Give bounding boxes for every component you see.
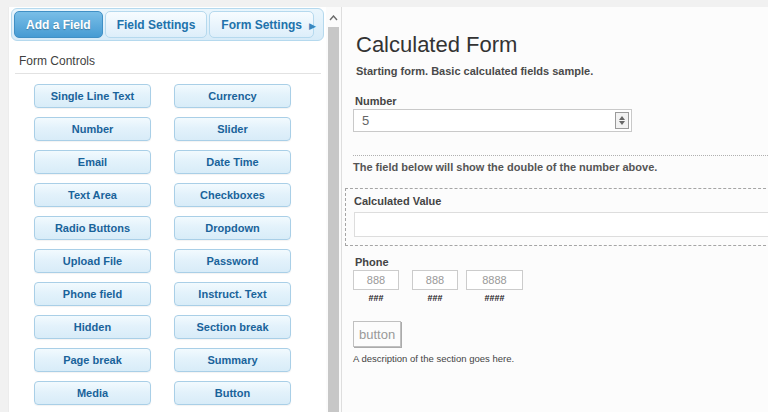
stepper-down-arrow-icon bbox=[619, 121, 625, 125]
control-button-media[interactable]: Media bbox=[34, 381, 151, 405]
control-button-email[interactable]: Email bbox=[34, 150, 151, 174]
tab-add-a-field[interactable]: Add a Field bbox=[14, 11, 103, 38]
tabs-overflow-arrow-icon[interactable]: ▶ bbox=[309, 9, 316, 42]
control-button-currency[interactable]: Currency bbox=[174, 84, 291, 108]
control-button-summary[interactable]: Summary bbox=[174, 348, 291, 372]
control-button-radio-buttons[interactable]: Radio Buttons bbox=[34, 216, 151, 240]
phone-mask-label: #### bbox=[466, 293, 523, 303]
control-button-phone-field[interactable]: Phone field bbox=[34, 282, 151, 306]
control-button-instruct-text[interactable]: Instruct. Text bbox=[174, 282, 291, 306]
control-button-button[interactable]: Button bbox=[174, 381, 291, 405]
calculated-value-label: Calculated Value bbox=[354, 195, 441, 207]
phone-segment: ### bbox=[412, 270, 458, 303]
form-controls-grid: Single Line Text Currency Number Slider … bbox=[34, 84, 291, 405]
control-button-section-break[interactable]: Section break bbox=[174, 315, 291, 339]
section-divider bbox=[353, 155, 768, 156]
calculated-value-input[interactable] bbox=[354, 212, 768, 237]
stepper-up-arrow-icon bbox=[619, 116, 625, 120]
control-button-hidden[interactable]: Hidden bbox=[34, 315, 151, 339]
control-button-dropdown[interactable]: Dropdown bbox=[174, 216, 291, 240]
control-button-upload-file[interactable]: Upload File bbox=[34, 249, 151, 273]
vertical-scrollbar[interactable] bbox=[326, 7, 341, 412]
scrollbar-thumb[interactable] bbox=[328, 27, 339, 412]
tab-strip: Add a Field Field Settings Form Settings… bbox=[11, 8, 324, 41]
chevron-up-icon bbox=[329, 15, 338, 21]
number-stepper-icon[interactable] bbox=[615, 112, 629, 129]
form-title: Calculated Form bbox=[356, 32, 517, 58]
form-controls-heading: Form Controls bbox=[19, 54, 95, 68]
control-button-single-line-text[interactable]: Single Line Text bbox=[34, 84, 151, 108]
phone-area-code-input[interactable] bbox=[353, 270, 399, 290]
control-button-checkboxes[interactable]: Checkboxes bbox=[174, 183, 291, 207]
form-builder-screen: Add a Field Field Settings Form Settings… bbox=[0, 0, 768, 412]
control-button-number[interactable]: Number bbox=[34, 117, 151, 141]
phone-segment: #### bbox=[466, 270, 523, 303]
add-field-panel: Add a Field Field Settings Form Settings… bbox=[8, 7, 326, 412]
divider bbox=[15, 73, 321, 74]
phone-mask-label: ### bbox=[353, 293, 399, 303]
phone-field-inputs: ### ### #### bbox=[353, 270, 536, 303]
section-description: A description of the section goes here. bbox=[353, 353, 514, 364]
scroll-up-button[interactable] bbox=[326, 10, 341, 25]
form-description: Starting form. Basic calculated fields s… bbox=[356, 65, 593, 77]
control-button-password[interactable]: Password bbox=[174, 249, 291, 273]
form-preview-panel: Calculated Form Starting form. Basic cal… bbox=[341, 7, 768, 412]
number-field-label: Number bbox=[355, 95, 397, 107]
phone-prefix-input[interactable] bbox=[412, 270, 458, 290]
number-field-input[interactable] bbox=[353, 109, 632, 132]
tab-field-settings[interactable]: Field Settings bbox=[105, 11, 208, 38]
phone-field-label: Phone bbox=[355, 256, 389, 268]
control-button-text-area[interactable]: Text Area bbox=[34, 183, 151, 207]
instruction-text: The field below will show the double of … bbox=[353, 161, 657, 173]
tab-form-settings[interactable]: Form Settings bbox=[209, 11, 314, 38]
phone-segment: ### bbox=[353, 270, 399, 303]
preview-button[interactable]: button bbox=[353, 321, 401, 347]
control-button-page-break[interactable]: Page break bbox=[34, 348, 151, 372]
control-button-date-time[interactable]: Date Time bbox=[174, 150, 291, 174]
phone-mask-label: ### bbox=[412, 293, 458, 303]
selected-field-outline[interactable]: Calculated Value bbox=[345, 188, 768, 246]
control-button-slider[interactable]: Slider bbox=[174, 117, 291, 141]
phone-line-number-input[interactable] bbox=[466, 270, 523, 290]
